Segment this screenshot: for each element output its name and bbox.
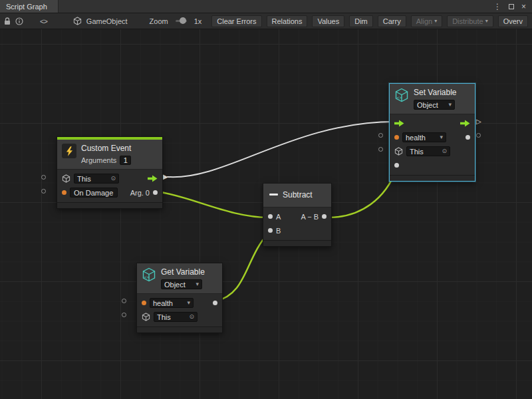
variable-cube-icon: <>	[394, 88, 409, 102]
zoom-slider-handle[interactable]	[180, 17, 186, 24]
port-row-name: health ▾	[137, 296, 222, 310]
cube-icon	[394, 147, 403, 156]
outer-port-circle[interactable]	[378, 147, 383, 152]
arguments-input[interactable]: 1	[120, 156, 131, 165]
variable-cube-icon: <>	[142, 267, 156, 282]
cube-icon	[142, 313, 150, 321]
zoom-slider[interactable]	[176, 20, 187, 22]
target-object-picker[interactable]: This ⊙	[154, 312, 198, 322]
tab-title: Script Graph	[6, 3, 47, 11]
target-picker-icon[interactable]: ⊙	[110, 176, 116, 182]
zoom-label: Zoom	[150, 17, 168, 25]
flow-input-port[interactable]	[394, 120, 404, 127]
cube-icon	[62, 174, 70, 183]
wire-subtract-to-setvariable-value	[325, 164, 398, 217]
flow-output-port[interactable]	[148, 175, 158, 182]
value-input-port[interactable]	[394, 163, 399, 168]
custom-event-body: This ⊙ On Damage Arg. 0	[57, 170, 162, 201]
chevron-down-icon: ▾	[448, 102, 452, 108]
port-row-event: On Damage Arg. 0	[57, 186, 162, 200]
outer-port-circle[interactable]	[122, 299, 126, 303]
node-set-variable[interactable]: <> Set Variable Object ▾	[389, 83, 475, 182]
outer-port-circle[interactable]	[122, 313, 126, 317]
set-variable-header-text: Set Variable Object ▾	[414, 88, 456, 110]
port-row-flow	[390, 116, 475, 130]
outer-port-circle[interactable]	[378, 133, 383, 138]
variable-name-dropdown[interactable]: health ▾	[150, 298, 194, 308]
event-value-port[interactable]	[62, 190, 66, 195]
target-object-picker[interactable]: This ⊙	[406, 146, 450, 156]
event-name-field[interactable]: On Damage	[70, 188, 118, 198]
carry-button[interactable]: Carry	[378, 15, 406, 27]
node-subtract[interactable]: Subtract A A − B B	[263, 183, 332, 247]
output-port[interactable]	[322, 214, 327, 219]
variable-name-dropdown[interactable]: health ▾	[402, 132, 446, 142]
window-controls: ⋮ ×	[493, 0, 532, 13]
svg-text:<>: <>	[144, 275, 150, 280]
chevron-down-icon: ▾	[187, 300, 190, 306]
window-menu-icon[interactable]: ⋮	[493, 3, 501, 11]
gameobject-label[interactable]: GameObject	[86, 17, 128, 25]
dim-button[interactable]: Dim	[349, 15, 373, 27]
tab-script-graph[interactable]: Script Graph	[0, 0, 59, 13]
variable-kind-dropdown[interactable]: Object ▾	[161, 279, 202, 289]
outer-port-circle[interactable]	[41, 175, 46, 180]
relations-button[interactable]: Relations	[267, 15, 308, 27]
flow-output-port[interactable]	[460, 120, 470, 127]
variable-kind-dropdown[interactable]: Object ▾	[414, 100, 455, 110]
window-close-icon[interactable]: ×	[521, 3, 526, 11]
custom-event-header[interactable]: Custom Event Arguments 1	[57, 140, 162, 170]
flow-triangle-icon: ▶	[163, 174, 168, 180]
lock-icon[interactable]	[4, 17, 11, 25]
target-object-picker[interactable]: This ⊙	[74, 174, 119, 184]
zoom-value: 1x	[194, 17, 202, 25]
values-button[interactable]: Values	[312, 15, 344, 27]
node-get-variable[interactable]: <> Get Variable Object ▾ health ▾	[136, 263, 223, 333]
node-footer	[263, 240, 331, 246]
code-view-icon[interactable]: <>	[40, 17, 47, 25]
get-variable-header[interactable]: <> Get Variable Object ▾	[137, 263, 222, 294]
node-footer	[137, 327, 222, 332]
port-row-target: This ⊙	[57, 172, 162, 186]
target-picker-icon[interactable]: ⊙	[189, 314, 194, 320]
distribute-button[interactable]: Distribute ▾	[447, 15, 493, 27]
window-maximize-icon[interactable]	[509, 3, 514, 11]
info-icon[interactable]	[15, 17, 23, 25]
overview-button[interactable]: Overv	[498, 15, 528, 27]
wire-arg0-to-subtract-a	[157, 192, 269, 217]
get-variable-header-text: Get Variable Object ▾	[161, 267, 205, 289]
value-output-port[interactable]	[213, 301, 217, 305]
wire-flow-customevent-setvariable	[168, 122, 395, 177]
outer-port-circle[interactable]	[41, 189, 46, 194]
graph-toolbar: <> GameObject Zoom 1x Clear Errors Relat…	[0, 13, 532, 29]
flow-triangle-icon: ▷	[476, 118, 481, 125]
port-row-target: This ⊙	[137, 310, 222, 324]
chevron-down-icon: ▾	[434, 18, 437, 24]
node-footer	[390, 175, 475, 181]
chevron-down-icon: ▾	[485, 18, 488, 24]
set-variable-body: health ▾ This ⊙	[390, 114, 475, 174]
node-custom-event[interactable]: Custom Event Arguments 1 This ⊙	[57, 136, 163, 209]
set-variable-header[interactable]: <> Set Variable Object ▾	[390, 84, 475, 114]
input-label-b: B	[276, 227, 281, 235]
name-value-port[interactable]	[142, 301, 146, 305]
subtract-header[interactable]: Subtract	[263, 184, 331, 207]
port-row-value-input	[390, 158, 475, 172]
input-port-a[interactable]	[268, 214, 273, 219]
target-picker-icon[interactable]: ⊙	[442, 148, 447, 154]
arg0-label: Arg. 0	[130, 189, 150, 197]
outer-port-circle[interactable]	[476, 133, 481, 138]
graph-canvas[interactable]: ▶ ▷ Custom Event Arguments 1	[0, 29, 532, 399]
titlebar: Script Graph ⋮ ×	[0, 0, 532, 13]
arg0-output-port[interactable]	[153, 190, 158, 195]
align-button[interactable]: Align ▾	[411, 15, 442, 27]
get-variable-body: health ▾ This ⊙	[137, 294, 222, 325]
minus-icon	[269, 194, 278, 196]
port-row-target: This ⊙	[390, 144, 475, 158]
value-output-port[interactable]	[466, 135, 470, 140]
name-value-port[interactable]	[394, 135, 399, 140]
input-port-b[interactable]	[268, 228, 273, 233]
output-label: A − B	[301, 213, 319, 221]
arguments-label: Arguments	[81, 156, 116, 164]
clear-errors-button[interactable]: Clear Errors	[211, 15, 261, 27]
